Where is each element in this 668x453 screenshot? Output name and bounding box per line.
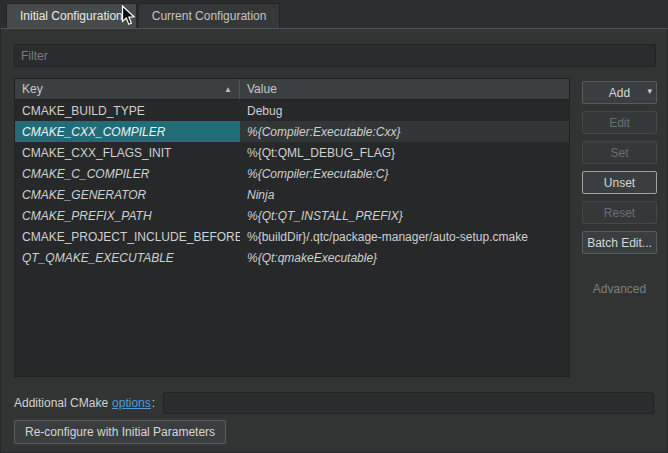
tab-current-configuration-label: Current Configuration — [152, 9, 267, 23]
advanced-button-label: Advanced — [593, 282, 646, 296]
label-prefix: Additional CMake — [14, 396, 108, 410]
table-header: Key ▲ Value — [15, 79, 569, 100]
additional-options-row: Additional CMakeoptions: — [14, 392, 654, 414]
table-row[interactable]: CMAKE_BUILD_TYPE Debug — [15, 100, 569, 121]
value-cell[interactable]: Ninja — [240, 184, 569, 205]
value-cell[interactable]: %{Compiler:Executable:C} — [240, 163, 569, 184]
reset-button-label: Reset — [604, 206, 635, 220]
cmake-config-table: Key ▲ Value CMAKE_BUILD_TYPE Debug CMAKE… — [14, 78, 570, 377]
column-header-value[interactable]: Value — [240, 79, 569, 99]
table-row[interactable]: CMAKE_CXX_FLAGS_INIT %{Qt:QML_DEBUG_FLAG… — [15, 142, 569, 163]
key-cell[interactable]: CMAKE_C_COMPILER — [15, 163, 240, 184]
value-cell[interactable]: %{buildDir}/.qtc/package-manager/auto-se… — [240, 226, 569, 247]
label-suffix: : — [152, 396, 155, 410]
tab-bar: Initial Configuration Current Configurat… — [0, 0, 668, 28]
column-header-key-label: Key — [22, 82, 43, 96]
tab-current-configuration[interactable]: Current Configuration — [138, 3, 281, 28]
value-cell[interactable]: %{Qt:QML_DEBUG_FLAG} — [240, 142, 569, 163]
add-button[interactable]: Add▾ — [582, 81, 657, 104]
value-cell[interactable]: Debug — [240, 100, 569, 121]
table-row[interactable]: CMAKE_PREFIX_PATH %{Qt:QT_INSTALL_PREFIX… — [15, 205, 569, 226]
value-cell[interactable]: %{Qt:QT_INSTALL_PREFIX} — [240, 205, 569, 226]
key-cell[interactable]: QT_QMAKE_EXECUTABLE — [15, 247, 240, 268]
key-cell[interactable]: CMAKE_PREFIX_PATH — [15, 205, 240, 226]
reconfigure-button[interactable]: Re-configure with Initial Parameters — [14, 420, 226, 444]
key-cell[interactable]: CMAKE_BUILD_TYPE — [15, 100, 240, 121]
set-button[interactable]: Set — [582, 141, 657, 164]
tab-initial-configuration-label: Initial Configuration — [20, 9, 123, 23]
filter-input[interactable] — [14, 44, 656, 67]
options-link[interactable]: options — [112, 396, 151, 410]
action-buttons: Add▾EditSetUnsetResetBatch Edit...Advanc… — [582, 81, 657, 300]
unset-button[interactable]: Unset — [582, 171, 657, 194]
value-cell[interactable]: %{Compiler:Executable:Cxx} — [240, 121, 569, 142]
table-row[interactable]: CMAKE_C_COMPILER %{Compiler:Executable:C… — [15, 163, 569, 184]
edit-button[interactable]: Edit — [582, 111, 657, 134]
table-row[interactable]: CMAKE_CXX_COMPILER %{Compiler:Executable… — [15, 121, 569, 142]
table-row[interactable]: CMAKE_PROJECT_INCLUDE_BEFORE %{buildDir}… — [15, 226, 569, 247]
add-button-label: Add — [609, 86, 630, 100]
additional-cmake-label: Additional CMakeoptions: — [14, 396, 155, 410]
advanced-button[interactable]: Advanced — [582, 277, 657, 300]
batch-edit-button-label: Batch Edit... — [587, 236, 652, 250]
key-cell[interactable]: CMAKE_GENERATOR — [15, 184, 240, 205]
key-cell[interactable]: CMAKE_PROJECT_INCLUDE_BEFORE — [15, 226, 240, 247]
initial-configuration-pane: Key ▲ Value CMAKE_BUILD_TYPE Debug CMAKE… — [0, 28, 668, 453]
key-cell[interactable]: CMAKE_CXX_FLAGS_INIT — [15, 142, 240, 163]
column-header-key[interactable]: Key ▲ — [15, 79, 240, 99]
sort-ascending-icon: ▲ — [224, 85, 232, 94]
dropdown-arrow-icon: ▾ — [647, 86, 652, 96]
table-row[interactable]: CMAKE_GENERATOR Ninja — [15, 184, 569, 205]
value-cell[interactable]: %{Qt:qmakeExecutable} — [240, 247, 569, 268]
reset-button[interactable]: Reset — [582, 201, 657, 224]
set-button-label: Set — [610, 146, 628, 160]
table-row[interactable]: QT_QMAKE_EXECUTABLE %{Qt:qmakeExecutable… — [15, 247, 569, 268]
config-table-body: CMAKE_BUILD_TYPE Debug CMAKE_CXX_COMPILE… — [15, 100, 569, 376]
column-header-value-label: Value — [247, 82, 277, 96]
batch-edit-button[interactable]: Batch Edit... — [582, 231, 657, 254]
edit-button-label: Edit — [609, 116, 630, 130]
unset-button-label: Unset — [604, 176, 635, 190]
cmake-options-input[interactable] — [163, 392, 654, 414]
tab-initial-configuration[interactable]: Initial Configuration — [6, 3, 137, 28]
key-cell[interactable]: CMAKE_CXX_COMPILER — [15, 121, 240, 142]
